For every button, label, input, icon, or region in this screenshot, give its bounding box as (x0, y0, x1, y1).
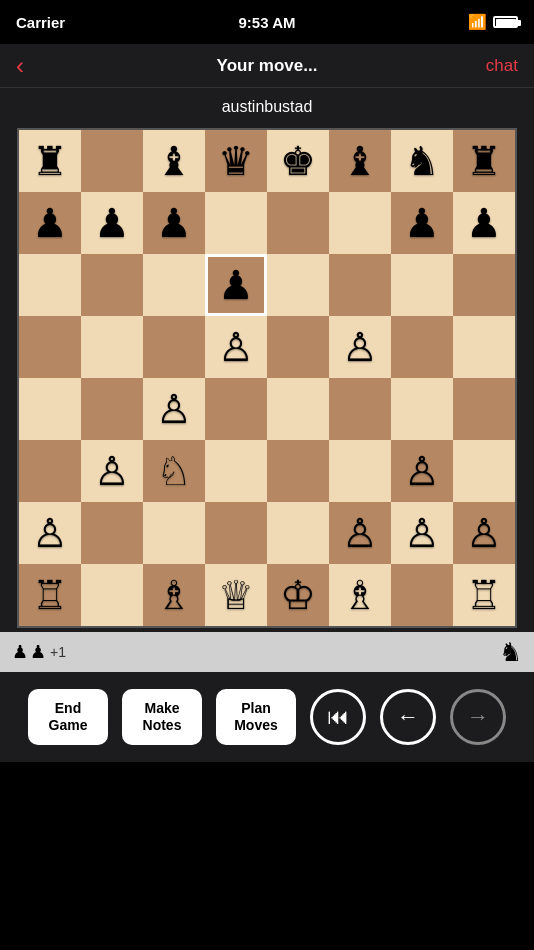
chess-piece: ♔ (280, 575, 316, 615)
board-cell[interactable] (329, 192, 391, 254)
board-cell[interactable] (267, 502, 329, 564)
chess-piece: ♗ (156, 575, 192, 615)
board-cell[interactable]: ♛ (205, 130, 267, 192)
board-cell[interactable]: ♘ (143, 440, 205, 502)
chess-piece: ♟ (94, 203, 130, 243)
board-cell[interactable]: ♖ (19, 564, 81, 626)
board-cell[interactable]: ♙ (329, 316, 391, 378)
chess-piece: ♝ (342, 141, 378, 181)
board-cell[interactable] (391, 316, 453, 378)
board-cell[interactable] (143, 316, 205, 378)
chess-piece: ♜ (466, 141, 502, 181)
board-cell[interactable] (81, 316, 143, 378)
chess-piece: ♕ (218, 575, 254, 615)
back-move-button[interactable]: ← (380, 689, 436, 745)
chess-piece: ♙ (156, 389, 192, 429)
opponent-name: austinbustad (222, 98, 313, 115)
carrier-label: Carrier (16, 14, 65, 31)
board-cell[interactable] (329, 254, 391, 316)
board-cell[interactable] (267, 192, 329, 254)
captured-piece-2: ♟ (30, 641, 46, 663)
board-cell[interactable]: ♜ (19, 130, 81, 192)
chess-piece: ♙ (94, 451, 130, 491)
chat-button[interactable]: chat (486, 56, 518, 76)
board-cell[interactable] (143, 502, 205, 564)
board-cell[interactable] (205, 378, 267, 440)
board-cell[interactable]: ♔ (267, 564, 329, 626)
chess-piece: ♖ (466, 575, 502, 615)
floating-piece: ♞ (499, 637, 522, 668)
board-cell[interactable]: ♙ (143, 378, 205, 440)
board-cell[interactable] (267, 440, 329, 502)
board-cell[interactable] (81, 254, 143, 316)
board-cell[interactable] (329, 378, 391, 440)
wifi-icon: 📶 (468, 13, 487, 31)
board-cell[interactable]: ♝ (329, 130, 391, 192)
board-cell[interactable] (391, 254, 453, 316)
board-cell[interactable] (81, 502, 143, 564)
board-cell[interactable] (19, 440, 81, 502)
board-cell[interactable]: ♟ (205, 254, 267, 316)
board-cell[interactable] (81, 564, 143, 626)
board-cell[interactable]: ♙ (329, 502, 391, 564)
board-cell[interactable]: ♗ (143, 564, 205, 626)
board-cell[interactable]: ♝ (143, 130, 205, 192)
board-cell[interactable]: ♟ (453, 192, 515, 254)
board-cell[interactable]: ♟ (143, 192, 205, 254)
board-cell[interactable] (453, 440, 515, 502)
board-cell[interactable]: ♙ (391, 502, 453, 564)
board-cell[interactable] (267, 316, 329, 378)
chess-piece: ♙ (342, 327, 378, 367)
board-cell[interactable]: ♙ (391, 440, 453, 502)
chess-piece: ♜ (32, 141, 68, 181)
forward-move-button[interactable]: → (450, 689, 506, 745)
board-cell[interactable] (205, 440, 267, 502)
chess-piece: ♙ (342, 513, 378, 553)
end-game-button[interactable]: EndGame (28, 689, 108, 745)
board-cell[interactable] (19, 378, 81, 440)
bottom-info-bar: ♟ ♟ +1 ♞ (0, 632, 534, 672)
rewind-button[interactable]: ⏮ (310, 689, 366, 745)
board-cell[interactable]: ♟ (81, 192, 143, 254)
captured-pieces: ♟ ♟ +1 (12, 641, 66, 663)
chess-piece: ♟ (466, 203, 502, 243)
board-cell[interactable] (391, 378, 453, 440)
chess-piece: ♘ (156, 451, 192, 491)
board-cell[interactable]: ♙ (205, 316, 267, 378)
make-notes-button[interactable]: MakeNotes (122, 689, 202, 745)
board-cell[interactable]: ♙ (453, 502, 515, 564)
board-cell[interactable]: ♞ (391, 130, 453, 192)
board-cell[interactable]: ♖ (453, 564, 515, 626)
board-cell[interactable]: ♜ (453, 130, 515, 192)
board-cell[interactable] (453, 316, 515, 378)
board-cell[interactable] (267, 378, 329, 440)
board-cell[interactable]: ♟ (391, 192, 453, 254)
board-cell[interactable] (81, 130, 143, 192)
board-cell[interactable]: ♕ (205, 564, 267, 626)
board-cell[interactable]: ♙ (81, 440, 143, 502)
board-cell[interactable]: ♚ (267, 130, 329, 192)
back-button[interactable]: ‹ (16, 54, 24, 78)
board-cell[interactable] (19, 254, 81, 316)
board-cell[interactable] (391, 564, 453, 626)
board-cell[interactable]: ♟ (19, 192, 81, 254)
board-cell[interactable] (19, 316, 81, 378)
chess-piece: ♚ (280, 141, 316, 181)
board-cell[interactable]: ♙ (19, 502, 81, 564)
chess-piece: ♖ (32, 575, 68, 615)
board-cell[interactable] (205, 192, 267, 254)
board-cell[interactable] (81, 378, 143, 440)
board-cell[interactable] (205, 502, 267, 564)
chess-piece: ♟ (404, 203, 440, 243)
plan-moves-button[interactable]: PlanMoves (216, 689, 296, 745)
chess-piece: ♙ (404, 513, 440, 553)
nav-title: Your move... (217, 56, 318, 76)
board-cell[interactable] (143, 254, 205, 316)
board-cell[interactable] (267, 254, 329, 316)
board-cell[interactable] (453, 378, 515, 440)
chess-board[interactable]: ♜♝♛♚♝♞♜♟♟♟♟♟♟♙♙♙♙♘♙♙♙♙♙♖♗♕♔♗♖ (17, 128, 517, 628)
board-cell[interactable] (453, 254, 515, 316)
board-cell[interactable] (329, 440, 391, 502)
player-name-area: austinbustad (0, 88, 534, 124)
board-cell[interactable]: ♗ (329, 564, 391, 626)
